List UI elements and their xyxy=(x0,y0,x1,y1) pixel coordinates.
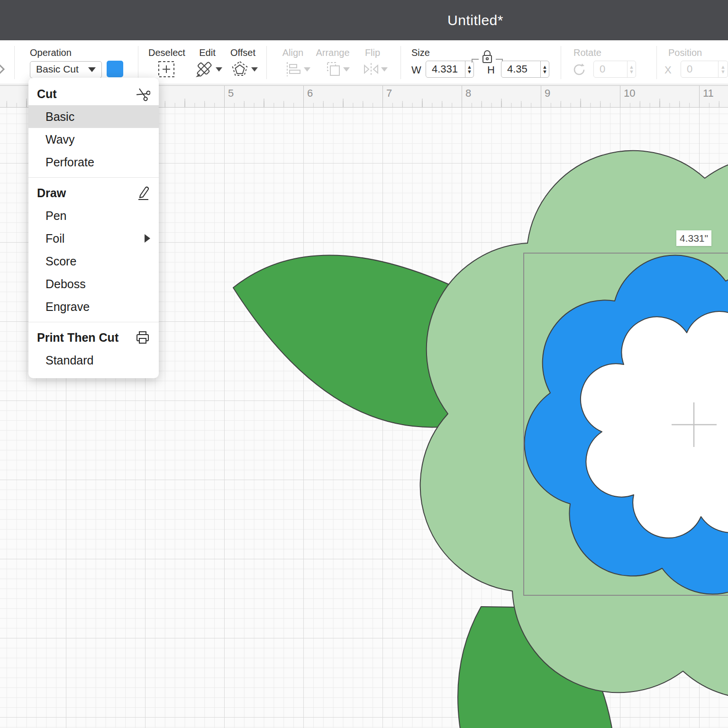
selection-width-tag: 4.331" xyxy=(676,230,711,246)
toolbar-divider xyxy=(14,46,15,79)
align-icon xyxy=(287,62,300,76)
arrange-dropdown-caret xyxy=(343,67,350,72)
height-letter: H xyxy=(487,64,495,76)
document-title: Untitled* xyxy=(447,12,503,28)
toolbar-divider xyxy=(561,46,561,79)
menu-item-perforate[interactable]: Perforate xyxy=(28,151,159,173)
menu-item-pen[interactable]: Pen xyxy=(28,204,159,227)
edit-tools-button[interactable] xyxy=(195,60,213,78)
position-label: Position xyxy=(668,47,702,58)
operation-dropdown-menu: Cut Basic Wavy Perforate Draw xyxy=(28,78,159,378)
menu-item-deboss[interactable]: Deboss xyxy=(28,273,159,295)
align-button xyxy=(284,60,302,78)
offset-dropdown-caret[interactable] xyxy=(251,67,258,72)
titlebar: Untitled* xyxy=(0,0,728,40)
flip-button xyxy=(362,60,380,78)
chevron-down-icon xyxy=(88,67,96,72)
width-letter: W xyxy=(411,64,421,76)
printer-icon xyxy=(135,326,150,349)
flip-label: Flip xyxy=(359,47,386,58)
position-x-input xyxy=(681,61,718,77)
menu-item-standard[interactable]: Standard xyxy=(28,349,159,372)
menu-divider xyxy=(28,322,159,322)
operation-select[interactable]: Basic Cut xyxy=(30,61,102,78)
color-swatch[interactable] xyxy=(107,61,123,77)
ruler-number: 10 xyxy=(624,87,635,100)
pencil-icon xyxy=(136,182,150,204)
height-input[interactable] xyxy=(501,61,540,77)
position-x-input-group: ▲▼ xyxy=(681,61,728,78)
toolbar-divider xyxy=(400,46,401,79)
toolbar-divider xyxy=(266,46,267,79)
rotate-label: Rotate xyxy=(573,47,601,58)
menu-item-wavy[interactable]: Wavy xyxy=(28,128,159,151)
offset-button[interactable] xyxy=(231,60,249,78)
height-stepper[interactable]: ▲▼ xyxy=(540,61,549,77)
ruler-number: 5 xyxy=(228,87,234,100)
menu-item-score[interactable]: Score xyxy=(28,250,159,273)
width-input[interactable] xyxy=(426,61,465,77)
menu-header-cut: Cut xyxy=(28,82,159,105)
pencil-ruler-icon xyxy=(197,62,211,76)
color-swatch-fill xyxy=(107,61,123,77)
ruler-number: 7 xyxy=(386,87,392,100)
rotate-button xyxy=(571,62,587,78)
arrange-label: Arrange xyxy=(315,47,351,58)
position-x-stepper: ▲▼ xyxy=(718,61,728,77)
offset-label: Offset xyxy=(228,47,258,58)
rotate-input xyxy=(594,61,627,77)
ruler-number: 6 xyxy=(307,87,313,100)
arrange-button xyxy=(324,60,342,78)
width-input-group: ▲▼ xyxy=(426,61,474,78)
height-input-group: ▲▼ xyxy=(501,61,549,78)
toolbar-divider xyxy=(656,46,657,79)
submenu-arrow-icon xyxy=(145,234,150,243)
align-label: Align xyxy=(277,47,309,58)
collapse-panel-chevron-icon[interactable] xyxy=(0,61,6,78)
scissors-icon xyxy=(135,82,150,105)
menu-header-print-then-cut: Print Then Cut xyxy=(28,326,159,349)
operation-select-value: Basic Cut xyxy=(36,64,79,75)
menu-item-foil[interactable]: Foil xyxy=(28,227,159,250)
rotate-arrow-icon xyxy=(574,64,584,74)
flip-dropdown-caret xyxy=(381,67,388,72)
offset-pentagon-icon xyxy=(233,62,247,75)
menu-divider xyxy=(28,177,159,178)
edit-label: Edit xyxy=(194,47,220,58)
plus-icon xyxy=(163,65,170,73)
edit-dropdown-caret[interactable] xyxy=(216,67,222,72)
deselect-button[interactable] xyxy=(157,60,175,78)
ruler-number: 9 xyxy=(545,87,550,100)
menu-item-basic[interactable]: Basic xyxy=(28,105,159,128)
arrange-icon xyxy=(328,63,339,75)
lock-icon xyxy=(483,51,491,63)
size-lock[interactable] xyxy=(471,48,504,64)
rotate-stepper: ▲▼ xyxy=(627,61,636,77)
flip-icon xyxy=(364,63,378,75)
position-x-letter: X xyxy=(664,64,672,76)
size-label: Size xyxy=(411,47,430,58)
rotate-input-group: ▲▼ xyxy=(593,61,636,78)
ruler-number: 8 xyxy=(465,87,471,100)
align-dropdown-caret xyxy=(304,67,310,72)
toolbar-divider xyxy=(138,46,138,79)
ruler-number: 11 xyxy=(703,87,714,100)
operation-label: Operation xyxy=(30,47,72,58)
menu-item-engrave[interactable]: Engrave xyxy=(28,295,159,318)
menu-header-draw: Draw xyxy=(28,182,159,204)
deselect-label: Deselect xyxy=(148,47,184,58)
